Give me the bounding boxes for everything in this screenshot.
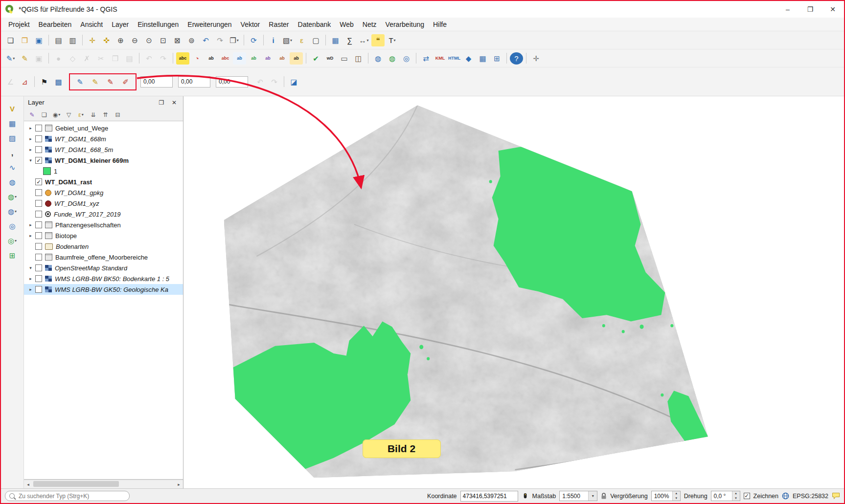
rotation-stepper[interactable]: ▲▼ (732, 491, 740, 501)
scroll-thumb[interactable] (33, 481, 119, 487)
add-xyz-layer[interactable]: ◍▾ (5, 205, 20, 218)
layer-visibility-checkbox[interactable] (35, 189, 42, 196)
add-raster-layer[interactable]: ▦ (5, 117, 20, 130)
scale-combobox[interactable]: 1:5500 ▾ (559, 491, 597, 501)
layer-visibility-checkbox[interactable]: ✓ (35, 157, 42, 164)
layer-item[interactable]: Bodenarten (24, 241, 183, 252)
expand-arrow[interactable]: ▾ (27, 265, 34, 270)
scroll-right-arrow[interactable]: ▸ (175, 482, 183, 487)
rotate-label[interactable]: ab (275, 52, 289, 65)
data-grid-tools[interactable]: ⊞ (490, 52, 503, 65)
plot-point-tool[interactable]: ⚑ (38, 76, 51, 88)
pan-map[interactable]: ✛ (86, 34, 99, 46)
pixel-probe-tool[interactable]: ✎ (73, 76, 87, 88)
search-input[interactable] (18, 492, 125, 500)
add-wfs-layer[interactable]: ◎ (5, 219, 20, 232)
add-postgis-layer[interactable]: ◍ (5, 175, 20, 188)
text-annotation[interactable]: T▾ (386, 34, 399, 46)
crosshair[interactable]: ✛ (529, 52, 543, 65)
layer-item[interactable]: ▸Biotope (24, 230, 183, 241)
add-arcgis-layer-dropdown[interactable]: ▾ (15, 239, 17, 243)
change-label-properties[interactable]: ab (290, 52, 303, 65)
menu-hilfe[interactable]: Hilfe (429, 19, 451, 30)
close-panel-button[interactable]: ✕ (169, 98, 179, 107)
web-map-services[interactable]: ◍ (386, 52, 399, 65)
layer-item[interactable]: ▾✓WT_DGM1_kleiner 669m (24, 155, 183, 166)
pan-to-selection[interactable]: ✜ (100, 34, 113, 46)
close-button[interactable]: ✕ (822, 1, 844, 18)
menu-web[interactable]: Web (335, 19, 358, 30)
layer-visibility-checkbox[interactable] (35, 254, 42, 261)
collapse-all[interactable]: ⇈ (100, 110, 111, 120)
zoom-to-layer[interactable]: ⊚ (185, 34, 198, 46)
locator-search-box[interactable] (5, 491, 130, 501)
zoom-next[interactable]: ↷ (213, 34, 227, 46)
layer-panel-hscrollbar[interactable]: ◂ ▸ (24, 480, 183, 488)
magnifier-spinbox[interactable]: 100% ▲▼ (651, 491, 681, 501)
layer-visibility-checkbox[interactable] (35, 275, 42, 282)
manage-map-themes-dropdown[interactable]: ▾ (58, 112, 60, 117)
layer-item[interactable]: 1 (24, 166, 183, 176)
layer-labeling-options[interactable]: abc (176, 52, 189, 65)
layer-item[interactable]: ▾OpenStreetMap Standard (24, 263, 183, 273)
magnifier-stepper[interactable]: ▲▼ (672, 491, 680, 501)
menu-layer[interactable]: Layer (107, 19, 133, 30)
filter-by-expression[interactable]: ε▾ (75, 110, 87, 120)
move-label[interactable]: ab (261, 52, 274, 65)
show-hide-labels[interactable]: ab (247, 52, 260, 65)
layer-visibility-checkbox[interactable]: ✓ (35, 178, 42, 185)
add-group[interactable]: ❏ (39, 110, 50, 120)
measure-line[interactable]: ↔▾ (357, 34, 370, 46)
add-wms-layer[interactable]: ◍▾ (5, 190, 20, 203)
pixel-erase-selection-tool[interactable]: ✐ (119, 76, 132, 88)
wd-plugin[interactable]: wD (323, 52, 337, 65)
new-print-layout[interactable]: ▤ (52, 34, 65, 46)
zoom-to-selection[interactable]: ⊠ (171, 34, 184, 46)
band-value-2[interactable]: 0,00 (178, 76, 210, 88)
open-attribute-table[interactable]: ▦ (329, 34, 342, 46)
check-geometries[interactable]: ✔ (309, 52, 322, 65)
layer-item[interactable]: Baumfreie_offene_Moorbereiche (24, 252, 183, 263)
map-canvas[interactable]: Bild 2 (183, 96, 844, 488)
maximize-button[interactable]: ❐ (799, 1, 822, 18)
render-checkbox[interactable] (744, 493, 750, 499)
menu-raster[interactable]: Raster (264, 19, 293, 30)
zoom-in[interactable]: ⊕ (114, 34, 127, 46)
open-project[interactable]: ❒ (18, 34, 31, 46)
messages-icon[interactable] (832, 492, 840, 500)
identify-features[interactable]: i (267, 34, 280, 46)
menu-datenbank[interactable]: Datenbank (294, 19, 336, 30)
layer-visibility-checkbox[interactable] (35, 243, 42, 250)
menu-einstellungen[interactable]: Einstellungen (133, 19, 183, 30)
kml-tools[interactable]: KML (434, 52, 447, 65)
add-delimited-text-layer[interactable]: , (5, 146, 20, 159)
current-edits[interactable]: ✎▾ (4, 52, 17, 65)
add-vector-layer[interactable]: V (5, 102, 20, 115)
expand-arrow[interactable]: ▸ (27, 126, 34, 131)
coordinate-input[interactable] (460, 491, 518, 502)
select-features[interactable]: ▧▾ (281, 34, 294, 46)
mouse-position-icon[interactable] (522, 492, 529, 500)
metasearch-catalog[interactable]: ◍ (371, 52, 385, 65)
pixel-draw-tool[interactable]: ✎ (89, 76, 102, 88)
pixel-erase-tool[interactable]: ✎ (104, 76, 117, 88)
layer-item[interactable]: ▸Pflanzengesellschaften (24, 219, 183, 230)
layer-visibility-checkbox[interactable] (35, 264, 42, 271)
current-edits-dropdown[interactable]: ▾ (13, 56, 15, 61)
select-features-dropdown[interactable]: ▾ (290, 38, 292, 43)
expand-arrow[interactable]: ▸ (27, 136, 34, 141)
layer-visibility-checkbox[interactable] (35, 221, 42, 228)
save-project[interactable]: ▣ (32, 34, 46, 46)
layer-visibility-checkbox[interactable] (35, 125, 42, 131)
menu-bearbeiten[interactable]: Bearbeiten (34, 19, 76, 30)
toggle-unplaced-labels[interactable]: abc (219, 52, 232, 65)
filter-legend[interactable]: ▽ (63, 110, 74, 120)
layer-converter[interactable]: ⇄ (419, 52, 433, 65)
raster-image-tool[interactable]: ◪ (287, 76, 300, 88)
expand-arrow[interactable]: ▸ (27, 233, 34, 238)
help[interactable]: ? (510, 52, 523, 65)
new-geopackage-layer[interactable]: ⊞ (5, 249, 20, 262)
layer-item[interactable]: ▸WT_DGM1_668_5m (24, 144, 183, 155)
pin-labels[interactable]: ab (233, 52, 246, 65)
add-wms-layer-dropdown[interactable]: ▾ (15, 195, 17, 199)
